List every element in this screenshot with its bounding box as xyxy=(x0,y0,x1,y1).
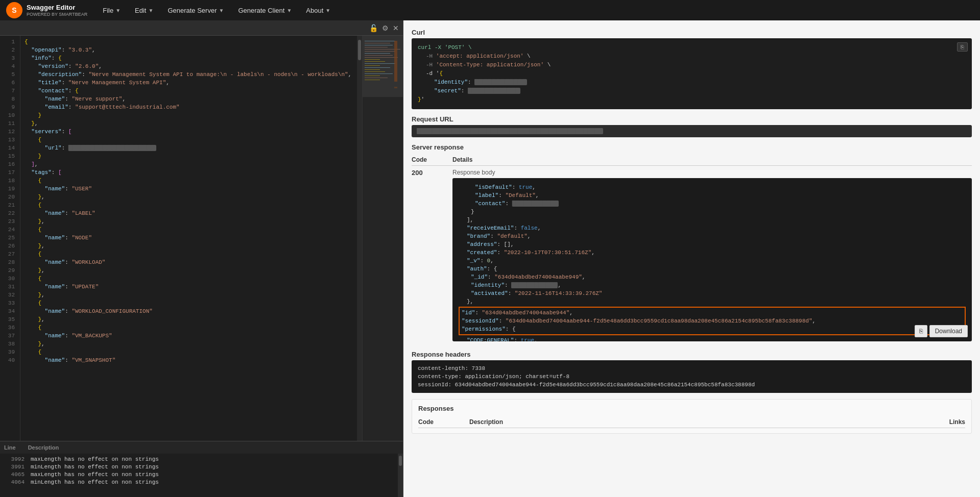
curl-block: curl -X 'POST' \ -H 'accept: application… xyxy=(412,38,972,109)
svg-rect-13 xyxy=(365,67,390,68)
server-response-header: Server response xyxy=(412,143,972,151)
settings-icon[interactable]: ⚙ xyxy=(382,24,389,32)
nav-edit[interactable]: Edit ▼ xyxy=(128,0,160,20)
editor-panel: 🔓 ⚙ ✕ 12345 678910 1112131415 1617181920… xyxy=(0,20,403,497)
svg-rect-12 xyxy=(365,65,380,66)
nav-generate-server-arrow: ▼ xyxy=(219,8,224,13)
svg-rect-17 xyxy=(365,76,380,76)
minimap xyxy=(362,36,403,497)
nav-generate-client[interactable]: Generate Client ▼ xyxy=(231,0,299,20)
brand-logo: S xyxy=(6,2,22,18)
response-body-text: "isDefault": true, "label": "Default", "… xyxy=(459,183,966,341)
svg-rect-2 xyxy=(365,45,393,45)
editor-scrollbar[interactable] xyxy=(357,36,362,441)
request-url-section: Request URL ████████████████████████████… xyxy=(412,115,972,137)
code-editor[interactable]: { "openapi": "3.0.3", "info": { "version… xyxy=(20,36,362,497)
close-icon[interactable]: ✕ xyxy=(393,24,399,32)
responses-desc-col: Description xyxy=(469,418,914,426)
nav-edit-arrow: ▼ xyxy=(148,8,153,13)
nav-file-arrow: ▼ xyxy=(115,8,121,13)
request-url-bar: ████████████████████████████████████████… xyxy=(412,125,972,137)
nav-generate-server[interactable]: Generate Server ▼ xyxy=(160,0,231,20)
svg-rect-19 xyxy=(365,80,380,80)
brand-text: Swagger Editor POWERED BY SMARTBEAR xyxy=(27,4,87,16)
details-col-header: Details xyxy=(452,156,972,163)
response-table-header: Code Details xyxy=(412,154,972,166)
response-code: 200 xyxy=(412,169,452,177)
copy-response-button[interactable]: ⎘ xyxy=(915,325,927,337)
bottom-panel: Line Description 3992 maxLength has no e… xyxy=(0,441,403,497)
curl-copy-button[interactable]: ⎘ xyxy=(957,42,968,52)
response-body-actions: ⎘ Download xyxy=(915,325,968,337)
responses-table-header: Code Description Links xyxy=(418,416,965,428)
list-item: 3991 minLength has no effect on non stri… xyxy=(4,463,399,471)
response-headers-label: Response headers xyxy=(412,351,972,358)
response-row: 200 Response body "isDefault": true, "la… xyxy=(412,166,972,344)
nav-about[interactable]: About ▼ xyxy=(299,0,338,20)
main-container: 🔓 ⚙ ✕ 12345 678910 1112131415 1617181920… xyxy=(0,20,980,497)
list-item: 4064 minLength has no effect on non stri… xyxy=(4,479,399,486)
editor-scroll-thumb[interactable] xyxy=(358,40,361,60)
nav-file[interactable]: File ▼ xyxy=(95,0,128,20)
responses-section: Responses Code Description Links xyxy=(412,399,972,434)
svg-rect-3 xyxy=(365,47,388,47)
line-numbers: 12345 678910 1112131415 1617181920 21222… xyxy=(0,36,20,497)
response-headers-section: Response headers content-length: 7338 co… xyxy=(412,351,972,393)
svg-rect-8 xyxy=(365,57,398,58)
svg-rect-15 xyxy=(365,71,385,72)
response-detail: Response body "isDefault": true, "label"… xyxy=(452,169,972,341)
nav-menu: File ▼ Edit ▼ Generate Server ▼ Generate… xyxy=(95,0,338,20)
nav-generate-client-arrow: ▼ xyxy=(286,8,292,13)
list-item: sessionId: 634d04abdbed74004aabe944-f2d5… xyxy=(418,381,966,389)
download-response-button[interactable]: Download xyxy=(929,325,968,337)
response-body-label: Response body xyxy=(452,169,972,176)
right-panel: Curl curl -X 'POST' \ -H 'accept: applic… xyxy=(403,20,980,497)
brand: S Swagger Editor POWERED BY SMARTBEAR xyxy=(6,2,87,18)
editor-body: 12345 678910 1112131415 1617181920 21222… xyxy=(0,36,403,497)
response-headers-block: content-length: 7338 content-type: appli… xyxy=(412,360,972,393)
list-item: 4065 maxLength has no effect on non stri… xyxy=(4,471,399,479)
navbar: S Swagger Editor POWERED BY SMARTBEAR Fi… xyxy=(0,0,980,20)
bottom-header: Line Description xyxy=(0,441,403,454)
curl-section: Curl curl -X 'POST' \ -H 'accept: applic… xyxy=(412,29,972,109)
svg-rect-6 xyxy=(365,53,390,54)
svg-rect-21 xyxy=(394,87,397,88)
bottom-messages: 3992 maxLength has no effect on non stri… xyxy=(0,454,403,488)
svg-rect-1 xyxy=(365,43,390,43)
svg-rect-18 xyxy=(365,78,388,78)
curl-label: Curl xyxy=(412,29,972,36)
code-col-header: Code xyxy=(412,156,452,163)
svg-rect-16 xyxy=(365,73,393,74)
svg-rect-14 xyxy=(365,69,380,70)
responses-code-col: Code xyxy=(418,418,469,426)
svg-rect-20 xyxy=(394,41,397,82)
bottom-scrollbar[interactable] xyxy=(398,454,403,497)
server-response-section: Server response Code Details 200 Respons… xyxy=(412,143,972,344)
svg-rect-11 xyxy=(365,63,395,64)
list-item: 3992 maxLength has no effect on non stri… xyxy=(4,456,399,463)
responses-title: Responses xyxy=(418,405,965,412)
svg-rect-0 xyxy=(365,41,395,41)
editor-toolbar: 🔓 ⚙ ✕ xyxy=(0,20,403,36)
svg-rect-5 xyxy=(365,51,395,52)
responses-links-col: Links xyxy=(914,418,965,426)
lock-icon[interactable]: 🔓 xyxy=(369,24,378,32)
svg-rect-9 xyxy=(365,59,380,60)
list-item: content-length: 7338 xyxy=(418,364,966,372)
request-url-label: Request URL xyxy=(412,115,972,123)
nav-about-arrow: ▼ xyxy=(325,8,330,13)
bottom-scroll-thumb[interactable] xyxy=(399,456,402,466)
list-item: content-type: application/json; charset=… xyxy=(418,372,966,381)
response-body-block: "isDefault": true, "label": "Default", "… xyxy=(452,178,972,341)
svg-rect-7 xyxy=(365,55,393,56)
svg-rect-10 xyxy=(365,61,385,62)
